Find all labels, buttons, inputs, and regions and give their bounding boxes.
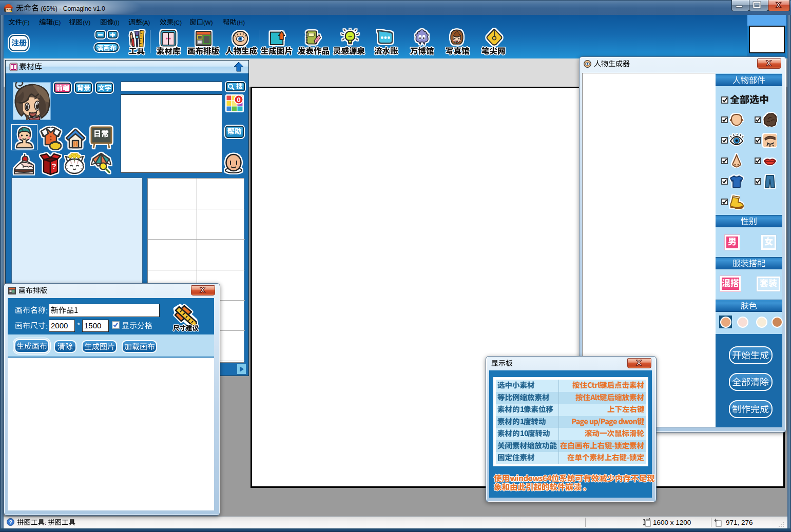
svg-text:?: ?	[51, 162, 56, 170]
svg-text:?: ?	[9, 519, 12, 525]
svg-text:0: 0	[237, 96, 240, 104]
svg-text:H: H	[73, 141, 78, 147]
